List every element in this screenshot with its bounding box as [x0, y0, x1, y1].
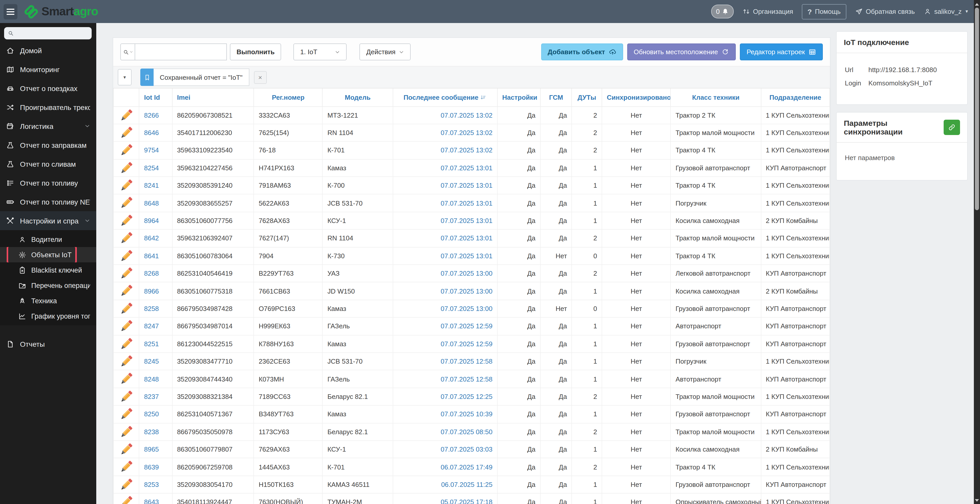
edit-row-button[interactable]	[113, 265, 139, 282]
cell-last_msg[interactable]: 07.07.2025 12:59	[393, 335, 498, 353]
cell-iot_id[interactable]: 8258	[139, 300, 172, 318]
search-options-button[interactable]	[120, 43, 135, 60]
cell-last_msg[interactable]: 07.07.2025 13:00	[393, 300, 498, 318]
sidebar-item-fuel-report[interactable]: Отчет по топливу	[0, 173, 96, 192]
cell-iot_id[interactable]: 8646	[139, 124, 172, 142]
settings-editor-button[interactable]: Редактор настроек	[740, 43, 823, 60]
cell-last_msg[interactable]: 07.07.2025 12:25	[393, 388, 498, 406]
edit-row-button[interactable]	[113, 370, 139, 388]
edit-row-button[interactable]	[113, 475, 139, 493]
sidebar-item-machinery[interactable]: Техника	[0, 293, 96, 308]
sidebar-item-fuel-report-new[interactable]: Отчет по топливу NEW	[0, 192, 96, 211]
cell-iot_id[interactable]: 8247	[139, 317, 172, 335]
sidebar-item-iot-objects[interactable]: Объекты IoT	[0, 247, 96, 262]
cell-last_msg[interactable]: 07.07.2025 13:00	[393, 265, 498, 282]
column-header-reg[interactable]: Рег.номер	[254, 89, 323, 106]
cell-last_msg[interactable]: 07.07.2025 13:01	[393, 159, 498, 177]
cell-iot_id[interactable]: 8648	[139, 194, 172, 212]
cell-last_msg[interactable]: 07.07.2025 12:58	[393, 370, 498, 388]
edit-row-button[interactable]	[113, 300, 139, 318]
user-menu[interactable]: salikov_z ▼	[923, 8, 969, 15]
cell-last_msg[interactable]: 07.07.2025 08:50	[393, 423, 498, 441]
sidebar-item-reports[interactable]: Отчеты	[0, 334, 96, 353]
edit-row-button[interactable]	[113, 458, 139, 476]
cell-iot_id[interactable]: 9754	[139, 142, 172, 159]
cell-iot_id[interactable]: 8238	[139, 423, 172, 441]
sidebar-item-settings-group[interactable]: Настройки и справочники	[0, 211, 96, 230]
sidebar-item-track-player[interactable]: Проигрыватель треков	[0, 98, 96, 117]
cell-last_msg[interactable]: 07.07.2025 13:01	[393, 194, 498, 212]
edit-row-button[interactable]	[113, 229, 139, 247]
sidebar-item-blacklist-keys[interactable]: Blacklist ключей	[0, 262, 96, 278]
cell-iot_id[interactable]: 8241	[139, 177, 172, 194]
column-header-last_msg[interactable]: Последнее сообщение	[393, 89, 498, 106]
run-button[interactable]: Выполнить	[230, 43, 282, 60]
scroll-down-arrow[interactable]	[974, 497, 980, 503]
edit-row-button[interactable]	[113, 159, 139, 177]
cell-iot_id[interactable]: 8253	[139, 475, 172, 493]
cell-last_msg[interactable]: 07.07.2025 12:58	[393, 353, 498, 370]
edit-row-button[interactable]	[113, 405, 139, 423]
toolbar-search-input[interactable]	[135, 43, 227, 60]
column-header-gsm[interactable]: ГСМ	[541, 89, 572, 106]
column-header-model[interactable]: Модель	[323, 89, 393, 106]
edit-row-button[interactable]	[113, 282, 139, 300]
edit-row-button[interactable]	[113, 441, 139, 458]
cell-iot_id[interactable]: 8965	[139, 441, 172, 458]
sidebar-item-logistics[interactable]: Логистика	[0, 117, 96, 136]
cell-iot_id[interactable]: 8237	[139, 388, 172, 406]
cell-last_msg[interactable]: 07.07.2025 13:01	[393, 177, 498, 194]
cell-last_msg[interactable]: 06.07.2025 17:49	[393, 458, 498, 476]
sidebar-search-input[interactable]	[16, 30, 88, 37]
add-object-button[interactable]: Добавить объект	[541, 43, 623, 60]
column-header-synced[interactable]: Синхронизировано	[602, 89, 671, 106]
actions-button[interactable]: Действия	[360, 43, 411, 60]
cell-iot_id[interactable]: 8250	[139, 405, 172, 423]
edit-row-button[interactable]	[113, 212, 139, 230]
edit-row-button[interactable]	[113, 194, 139, 212]
remove-filter-button[interactable]: ×	[254, 71, 267, 84]
cell-last_msg[interactable]: 06.07.2025 11:25	[393, 475, 498, 493]
cell-last_msg[interactable]: 07.07.2025 13:01	[393, 212, 498, 230]
sidebar-item-drain-report[interactable]: Отчет по сливам	[0, 154, 96, 173]
cell-last_msg[interactable]: 07.07.2025 13:02	[393, 124, 498, 142]
edit-row-button[interactable]	[113, 177, 139, 194]
cell-last_msg[interactable]: 07.07.2025 03:03	[393, 441, 498, 458]
edit-row-button[interactable]	[113, 142, 139, 159]
column-header-settings[interactable]: Настройки	[498, 89, 541, 106]
scroll-up-arrow[interactable]	[974, 1, 980, 7]
cell-iot_id[interactable]: 8251	[139, 335, 172, 353]
organization-button[interactable]: Организация	[742, 8, 793, 15]
cell-iot_id[interactable]: 8266	[139, 106, 172, 124]
menu-toggle-button[interactable]	[3, 4, 18, 19]
page-scrollbar[interactable]	[974, 0, 980, 504]
filter-collapse-button[interactable]: ▼	[118, 69, 132, 86]
sidebar-item-fuel-level-chart[interactable]: График уровня топлива	[0, 308, 96, 324]
cell-iot_id[interactable]: 8964	[139, 212, 172, 230]
column-header-duts[interactable]: ДУТы	[572, 89, 602, 106]
cell-last_msg[interactable]: 07.07.2025 13:01	[393, 247, 498, 265]
sidebar-item-trips-report[interactable]: Отчет о поездках	[0, 79, 96, 98]
sidebar-item-refuel-report[interactable]: Отчет по заправкам	[0, 136, 96, 154]
column-header-tech_class[interactable]: Класс техники	[671, 89, 761, 106]
cell-last_msg[interactable]: 07.07.2025 13:02	[393, 142, 498, 159]
edit-row-button[interactable]	[113, 423, 139, 441]
notifications-button[interactable]: 0	[711, 5, 733, 18]
edit-row-button[interactable]	[113, 124, 139, 142]
feedback-button[interactable]: Обратная связь	[855, 8, 915, 15]
cell-last_msg[interactable]: 07.07.2025 13:01	[393, 229, 498, 247]
scrollbar-thumb[interactable]	[975, 8, 979, 210]
edit-row-button[interactable]	[113, 353, 139, 370]
edit-row-button[interactable]	[113, 106, 139, 124]
bookmark-icon[interactable]	[140, 68, 154, 86]
update-location-button[interactable]: Обновить местоположение	[627, 43, 736, 60]
edit-row-button[interactable]	[113, 247, 139, 265]
cell-iot_id[interactable]: 8966	[139, 282, 172, 300]
help-button[interactable]: ? Помощь	[802, 4, 846, 19]
column-header-imei[interactable]: Imei	[172, 89, 254, 106]
cell-iot_id[interactable]: 8643	[139, 493, 172, 504]
cell-iot_id[interactable]: 8245	[139, 353, 172, 370]
cell-iot_id[interactable]: 8268	[139, 265, 172, 282]
column-header-iot_id[interactable]: Iot Id	[139, 89, 172, 106]
cell-iot_id[interactable]: 8642	[139, 229, 172, 247]
